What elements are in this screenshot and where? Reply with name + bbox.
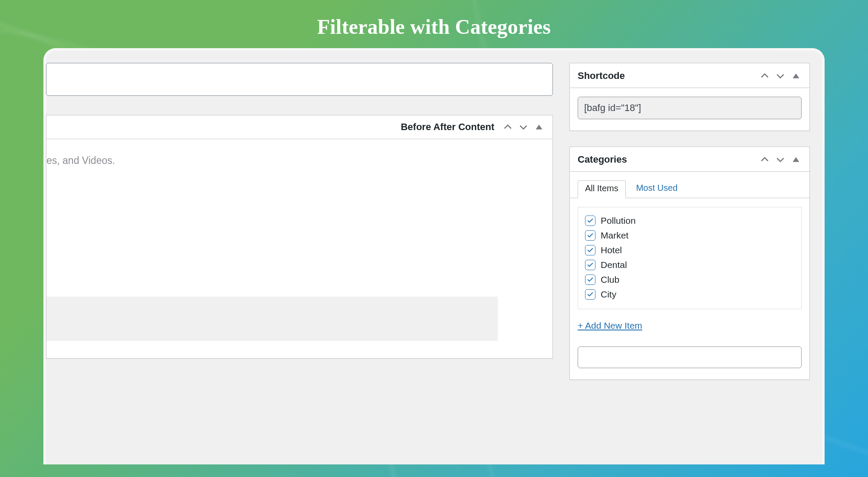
shortcode-input[interactable] [578, 97, 802, 119]
category-checkbox[interactable] [585, 245, 595, 255]
category-label[interactable]: Hotel [601, 245, 622, 255]
category-item: Market [585, 228, 794, 243]
category-item: Club [585, 272, 794, 287]
category-checkbox[interactable] [585, 289, 595, 300]
svg-marker-1 [792, 74, 799, 78]
category-label[interactable]: City [601, 289, 616, 300]
category-checkbox[interactable] [585, 216, 595, 226]
categories-panel-body: All Items Most Used Pollution Market Hot… [570, 172, 809, 379]
content-text-fragment: es, and Videos. [46, 155, 552, 167]
category-label[interactable]: Market [601, 230, 628, 241]
sidebar: Shortcode Categories [569, 63, 810, 464]
tab-most-used[interactable]: Most Used [629, 180, 685, 198]
category-label[interactable]: Club [601, 274, 619, 285]
toggle-panel-icon[interactable] [790, 154, 802, 165]
categories-panel-title: Categories [578, 154, 627, 165]
tab-all-items[interactable]: All Items [578, 180, 626, 198]
category-checkbox[interactable] [585, 274, 595, 285]
metabox-title: Before After Content [401, 121, 494, 133]
content-placeholder-band [46, 297, 498, 341]
shortcode-panel-title: Shortcode [578, 70, 625, 82]
new-category-input[interactable] [578, 346, 802, 368]
main-column: Before After Content es, and Videos. [46, 63, 553, 464]
category-item: Pollution [585, 213, 794, 228]
shortcode-panel-body [570, 88, 809, 131]
before-after-content-metabox: Before After Content es, and Videos. [46, 115, 553, 359]
category-tabs: All Items Most Used [570, 172, 809, 198]
categories-panel-header: Categories [570, 147, 809, 172]
metabox-body: es, and Videos. [46, 139, 552, 358]
post-title-input[interactable] [46, 63, 553, 96]
move-down-icon[interactable] [775, 70, 786, 82]
category-item: Dental [585, 258, 794, 272]
editor-window: Before After Content es, and Videos. [43, 48, 825, 464]
shortcode-panel-header: Shortcode [570, 63, 809, 88]
category-item: Hotel [585, 243, 794, 258]
category-item: City [585, 287, 794, 302]
categories-panel-controls [759, 154, 802, 165]
move-down-icon[interactable] [775, 154, 786, 165]
move-down-icon[interactable] [518, 121, 529, 133]
page-title: Filterable with Categories [0, 0, 868, 48]
move-up-icon[interactable] [502, 121, 513, 133]
shortcode-panel: Shortcode [569, 63, 810, 131]
category-checkbox[interactable] [585, 260, 595, 270]
add-new-category-link[interactable]: + Add New Item [578, 320, 642, 331]
toggle-panel-icon[interactable] [790, 70, 802, 82]
svg-marker-0 [536, 125, 542, 130]
shortcode-panel-controls [759, 70, 802, 82]
toggle-panel-icon[interactable] [533, 121, 545, 133]
category-label[interactable]: Dental [601, 260, 627, 270]
category-list: Pollution Market Hotel Dental [578, 207, 802, 309]
move-up-icon[interactable] [759, 154, 770, 165]
move-up-icon[interactable] [759, 70, 770, 82]
categories-panel: Categories All Items Most Used Pollution [569, 147, 810, 380]
metabox-controls [502, 121, 545, 133]
category-checkbox[interactable] [585, 230, 595, 241]
metabox-header: Before After Content [46, 115, 552, 139]
category-label[interactable]: Pollution [601, 216, 636, 226]
svg-marker-2 [792, 157, 799, 162]
